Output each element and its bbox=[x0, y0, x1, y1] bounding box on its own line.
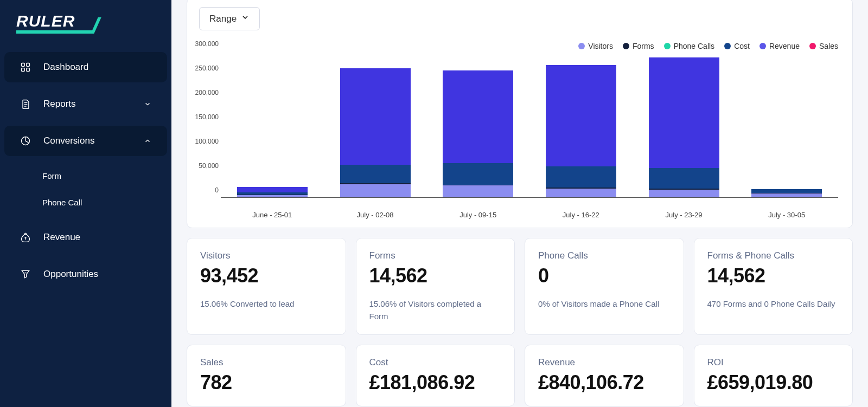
svg-rect-2 bbox=[22, 68, 25, 72]
x-tick-label: July - 09-15 bbox=[459, 211, 496, 219]
legend-label: Sales bbox=[819, 42, 838, 50]
chart-plot bbox=[221, 53, 838, 198]
kpi-title: Phone Calls bbox=[538, 250, 671, 261]
bar-segment bbox=[546, 65, 616, 166]
chevron-down-icon bbox=[143, 100, 152, 108]
legend-label: Forms bbox=[633, 42, 654, 50]
kpi-card: Forms & Phone Calls14,562470 Forms and 0… bbox=[694, 238, 853, 335]
kpi-value: £181,086.92 bbox=[369, 371, 502, 394]
sidebar-subitem-form[interactable]: Form bbox=[4, 163, 167, 189]
x-tick-label: July - 23-29 bbox=[666, 211, 703, 219]
kpi-value: £659,019.80 bbox=[707, 371, 840, 394]
primary-nav: Dashboard Reports Conversions Form Phone… bbox=[0, 52, 171, 289]
sidebar-item-label: Reports bbox=[43, 99, 76, 109]
legend-swatch bbox=[760, 43, 766, 49]
legend-swatch bbox=[724, 43, 731, 49]
bar-segment bbox=[443, 185, 513, 197]
chevron-down-icon bbox=[241, 13, 250, 24]
bar-group[interactable] bbox=[340, 68, 411, 197]
legend-item[interactable]: Sales bbox=[809, 42, 838, 50]
y-tick-label: 300,000 bbox=[192, 40, 219, 48]
bar-segment bbox=[237, 195, 308, 198]
kpi-card: ROI£659,019.80 bbox=[694, 345, 853, 406]
sidebar-item-conversions[interactable]: Conversions bbox=[4, 126, 167, 156]
legend-swatch bbox=[578, 43, 585, 49]
range-button-label: Range bbox=[209, 14, 237, 24]
kpi-card: Cost£181,086.92 bbox=[356, 345, 515, 406]
kpi-title: ROI bbox=[707, 357, 840, 368]
bar-segment bbox=[751, 193, 822, 197]
kpi-row: Visitors93,45215.06% Converted to leadFo… bbox=[187, 238, 853, 335]
kpi-row: Sales782Cost£181,086.92Revenue£840,106.7… bbox=[187, 345, 853, 406]
bar-group[interactable] bbox=[546, 65, 616, 197]
sidebar-item-label: Conversions bbox=[43, 135, 95, 146]
legend-item[interactable]: Cost bbox=[724, 42, 750, 50]
bar-segment bbox=[443, 163, 513, 185]
kpi-value: 14,562 bbox=[369, 264, 502, 287]
legend-label: Cost bbox=[734, 42, 750, 50]
svg-rect-1 bbox=[27, 63, 30, 67]
x-tick-label: July - 16-22 bbox=[563, 211, 599, 219]
legend-swatch bbox=[664, 43, 671, 49]
legend-item[interactable]: Visitors bbox=[578, 42, 613, 50]
kpi-value: 93,452 bbox=[200, 264, 333, 287]
legend-item[interactable]: Revenue bbox=[760, 42, 800, 50]
y-tick-label: 50,000 bbox=[192, 162, 219, 170]
funnel-icon bbox=[20, 268, 31, 280]
kpi-title: Revenue bbox=[538, 357, 671, 368]
kpi-value: 782 bbox=[200, 371, 333, 394]
y-tick-label: 0 bbox=[192, 186, 219, 194]
legend-swatch bbox=[623, 43, 629, 49]
y-axis: 050,000100,000150,000200,000250,000300,0… bbox=[194, 53, 221, 198]
bar-group[interactable] bbox=[443, 70, 513, 197]
bar-segment bbox=[340, 68, 411, 164]
x-axis: June - 25-01July - 02-08July - 09-15July… bbox=[221, 211, 838, 222]
chart-card: Range VisitorsFormsPhone CallsCostRevenu… bbox=[187, 0, 853, 228]
kpi-card: Sales782 bbox=[187, 345, 346, 406]
kpi-subtext: 0% of Visitors made a Phone Call bbox=[538, 298, 671, 311]
svg-rect-3 bbox=[27, 68, 30, 72]
kpi-title: Visitors bbox=[200, 250, 333, 261]
logo-text: RULER bbox=[16, 12, 75, 30]
chevron-up-icon bbox=[143, 137, 152, 145]
chart-legend: VisitorsFormsPhone CallsCostRevenueSales bbox=[578, 42, 838, 50]
legend-item[interactable]: Forms bbox=[623, 42, 654, 50]
sidebar-subitem-label: Form bbox=[42, 171, 61, 180]
bar-group[interactable] bbox=[649, 57, 719, 197]
range-button[interactable]: Range bbox=[199, 7, 260, 30]
moneybag-icon bbox=[20, 231, 31, 243]
bar-segment bbox=[649, 57, 719, 168]
legend-label: Visitors bbox=[588, 42, 613, 50]
y-tick-label: 150,000 bbox=[192, 113, 219, 121]
sidebar-item-label: Opportunities bbox=[43, 269, 98, 280]
kpi-title: Sales bbox=[200, 357, 333, 368]
bar-segment bbox=[340, 184, 411, 197]
bar-group[interactable] bbox=[237, 187, 308, 197]
sidebar-item-revenue[interactable]: Revenue bbox=[4, 222, 167, 253]
sidebar-subitem-phone-call[interactable]: Phone Call bbox=[4, 189, 167, 216]
sidebar-item-opportunities[interactable]: Opportunities bbox=[4, 259, 167, 289]
kpi-subtext: 15.06% of Visitors completed a Form bbox=[369, 298, 502, 322]
bar-segment bbox=[751, 189, 822, 193]
y-tick-label: 250,000 bbox=[192, 64, 219, 72]
chart-area: 050,000100,000150,000200,000250,000300,0… bbox=[221, 53, 838, 209]
legend-swatch bbox=[809, 43, 816, 49]
sidebar-item-reports[interactable]: Reports bbox=[4, 89, 167, 119]
bar-segment bbox=[237, 187, 308, 193]
kpi-value: £840,106.72 bbox=[538, 371, 671, 394]
grid-icon bbox=[20, 61, 31, 73]
sidebar-item-dashboard[interactable]: Dashboard bbox=[4, 52, 167, 82]
bar-segment bbox=[649, 168, 719, 189]
legend-label: Phone Calls bbox=[674, 42, 715, 50]
y-tick-label: 200,000 bbox=[192, 89, 219, 96]
kpi-value: 0 bbox=[538, 264, 671, 287]
kpi-card: Phone Calls00% of Visitors made a Phone … bbox=[525, 238, 684, 335]
logo-underline bbox=[16, 30, 92, 34]
legend-label: Revenue bbox=[769, 42, 800, 50]
bar-segment bbox=[546, 189, 616, 197]
x-tick-label: July - 30-05 bbox=[768, 211, 805, 219]
legend-item[interactable]: Phone Calls bbox=[664, 42, 715, 50]
document-icon bbox=[20, 98, 31, 110]
sidebar-subitem-label: Phone Call bbox=[42, 198, 82, 207]
bar-group[interactable] bbox=[751, 189, 822, 197]
